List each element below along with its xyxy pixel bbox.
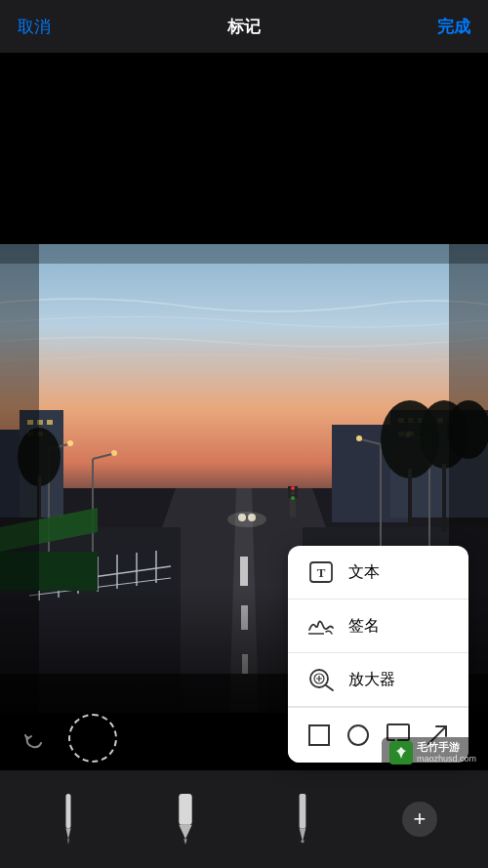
svg-rect-79 <box>65 794 70 828</box>
svg-rect-85 <box>300 794 306 828</box>
svg-point-60 <box>291 486 295 490</box>
pen-thick-tool[interactable] <box>278 785 327 853</box>
pen-medium-tool[interactable] <box>161 785 210 853</box>
page-title: 标记 <box>227 16 261 38</box>
svg-point-62 <box>291 496 295 500</box>
svg-marker-80 <box>65 828 70 839</box>
popup-signature-item[interactable]: 签名 <box>288 599 468 653</box>
svg-point-61 <box>291 491 295 495</box>
svg-marker-81 <box>67 839 69 845</box>
watermark-site: maozhusd.com <box>417 754 476 765</box>
svg-marker-83 <box>179 825 191 839</box>
magnifier-icon <box>305 666 337 693</box>
svg-rect-82 <box>179 794 191 825</box>
svg-line-75 <box>326 685 333 690</box>
text-icon: T <box>305 558 337 586</box>
svg-rect-49 <box>442 464 446 532</box>
popup-signature-label: 签名 <box>348 616 380 637</box>
watermark-name: 毛竹手游 <box>417 741 476 754</box>
black-top-area <box>0 53 488 244</box>
svg-point-87 <box>301 840 304 843</box>
svg-rect-4 <box>240 557 248 586</box>
pen-thin-tool[interactable] <box>44 785 93 853</box>
header: 取消 标记 完成 <box>0 0 488 53</box>
svg-point-77 <box>348 725 368 745</box>
tools-popup-menu: T 文本 签名 放大器 <box>288 546 468 763</box>
svg-point-42 <box>356 435 362 441</box>
undo-button[interactable] <box>16 723 51 759</box>
circle-shape-button[interactable] <box>341 718 376 753</box>
done-button[interactable]: 完成 <box>437 16 470 38</box>
svg-rect-64 <box>0 244 39 713</box>
popup-magnifier-item[interactable]: 放大器 <box>288 653 468 707</box>
watermark: 毛竹手游 maozhusd.com <box>382 737 484 768</box>
square-shape-button[interactable] <box>302 718 337 753</box>
svg-point-57 <box>227 512 266 527</box>
popup-text-item[interactable]: T 文本 <box>288 546 468 599</box>
signature-icon <box>305 612 337 640</box>
svg-rect-22 <box>47 420 53 425</box>
svg-point-36 <box>67 440 73 446</box>
cancel-button[interactable]: 取消 <box>18 16 51 38</box>
more-tools-button[interactable]: + <box>395 785 444 853</box>
popup-text-label: 文本 <box>348 562 380 583</box>
svg-marker-86 <box>300 828 306 841</box>
svg-point-39 <box>111 450 117 456</box>
drawing-toolbar: + <box>0 770 488 868</box>
plus-icon: + <box>402 802 437 837</box>
svg-marker-84 <box>183 839 186 845</box>
svg-rect-47 <box>408 469 412 527</box>
svg-rect-66 <box>0 244 488 264</box>
svg-text:T: T <box>317 565 326 580</box>
popup-magnifier-label: 放大器 <box>348 670 395 690</box>
selection-circle <box>68 714 117 763</box>
svg-rect-76 <box>309 725 329 745</box>
